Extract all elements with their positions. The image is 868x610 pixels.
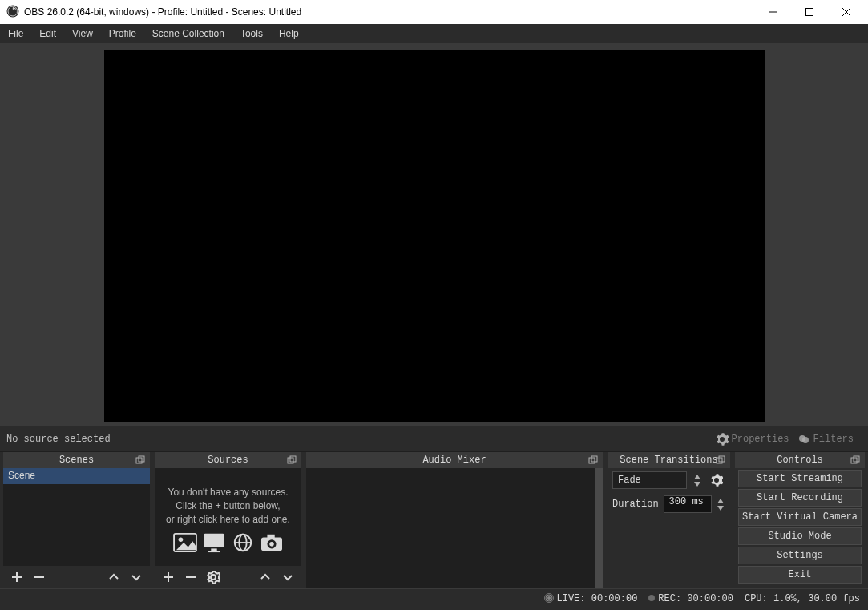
transition-select-updown[interactable] (692, 473, 703, 487)
start-virtual-camera-button[interactable]: Start Virtual Camera (738, 508, 862, 526)
svg-rect-18 (211, 549, 216, 551)
properties-button[interactable]: Properties (716, 433, 789, 446)
sources-toolbar (155, 566, 301, 588)
window-close-button[interactable] (828, 0, 865, 24)
duration-label: Duration (612, 499, 659, 510)
menu-file[interactable]: File (0, 24, 31, 43)
window-minimize-button[interactable] (754, 0, 791, 24)
gear-icon (716, 433, 729, 446)
svg-marker-34 (694, 475, 700, 479)
context-bar: No source selected Properties Filters (0, 426, 868, 452)
scene-transitions-dock: Scene Transitions Fade Duration 300 ms (608, 452, 730, 588)
monitor-icon (202, 532, 226, 553)
menu-tools[interactable]: Tools (232, 24, 271, 43)
obs-app-icon (3, 5, 24, 20)
transition-settings-button[interactable] (708, 471, 725, 489)
controls-header: Controls (735, 452, 865, 468)
no-source-label: No source selected (6, 434, 111, 445)
scenes-header: Scenes (3, 452, 150, 468)
svg-point-16 (178, 538, 183, 543)
sources-empty-text: You don't have any sources. Click the + … (155, 468, 301, 558)
svg-point-40 (547, 596, 551, 600)
duration-input[interactable]: 300 ms (664, 495, 712, 513)
scene-transitions-undock-icon[interactable] (714, 454, 727, 467)
sources-move-up-button[interactable] (256, 568, 274, 586)
camera-icon (260, 532, 284, 553)
menu-view[interactable]: View (64, 24, 101, 43)
studio-mode-button[interactable]: Studio Mode (738, 527, 862, 545)
scenes-move-up-button[interactable] (105, 568, 123, 586)
start-streaming-button[interactable]: Start Streaming (738, 470, 862, 487)
svg-rect-17 (204, 534, 224, 547)
scenes-toolbar (3, 566, 150, 588)
separator (709, 431, 709, 447)
sources-undock-icon[interactable] (285, 454, 298, 467)
audio-mixer-dock: Audio Mixer (306, 452, 603, 588)
scene-transitions-body: Fade Duration 300 ms (608, 468, 730, 588)
filters-button[interactable]: Filters (797, 433, 854, 446)
docks-row: Scenes Scene Sources You don't have any … (0, 452, 868, 588)
cpu-indicator: CPU: 1.0%, 30.00 fps (745, 593, 860, 604)
preview-canvas[interactable] (104, 50, 765, 422)
scene-transitions-header: Scene Transitions (608, 452, 730, 468)
filters-icon (797, 433, 810, 446)
audio-mixer-undock-icon[interactable] (587, 454, 600, 467)
scenes-remove-button[interactable] (30, 568, 48, 586)
svg-marker-36 (717, 499, 724, 503)
sources-header: Sources (155, 452, 301, 468)
svg-point-0 (7, 5, 19, 17)
sources-remove-button[interactable] (182, 568, 200, 586)
svg-marker-35 (694, 482, 700, 487)
preview-area (0, 44, 868, 426)
sources-add-button[interactable] (159, 568, 177, 586)
window-maximize-button[interactable] (791, 0, 828, 24)
sources-dock: Sources You don't have any sources. Clic… (155, 452, 301, 588)
controls-body: Start Streaming Start Recording Start Vi… (735, 468, 865, 588)
svg-rect-24 (267, 535, 274, 539)
window-title: OBS 26.0.2 (64-bit, windows) - Profile: … (24, 6, 754, 18)
svg-rect-3 (806, 9, 813, 16)
globe-icon (231, 532, 255, 553)
statusbar: LIVE: 00:00:00 REC: 00:00:00 CPU: 1.0%, … (0, 588, 868, 608)
sources-list[interactable]: You don't have any sources. Click the + … (155, 468, 301, 566)
menu-edit[interactable]: Edit (31, 24, 64, 43)
window-titlebar: OBS 26.0.2 (64-bit, windows) - Profile: … (0, 0, 868, 24)
svg-point-7 (802, 437, 809, 443)
scenes-add-button[interactable] (8, 568, 26, 586)
audio-mixer-header: Audio Mixer (306, 452, 603, 468)
svg-point-26 (269, 542, 274, 547)
image-icon (173, 532, 197, 553)
scenes-undock-icon[interactable] (134, 454, 147, 467)
exit-button[interactable]: Exit (738, 566, 862, 584)
scene-item[interactable]: Scene (3, 468, 150, 484)
scenes-dock: Scenes Scene (3, 452, 150, 588)
menu-profile[interactable]: Profile (101, 24, 144, 43)
controls-dock: Controls Start Streaming Start Recording… (735, 452, 865, 588)
menu-scene-collection[interactable]: Scene Collection (144, 24, 232, 43)
scenes-move-down-button[interactable] (127, 568, 145, 586)
live-indicator: LIVE: 00:00:00 (544, 593, 638, 604)
svg-rect-19 (208, 551, 220, 553)
mixer-scrollbar[interactable] (595, 468, 603, 588)
svg-marker-37 (717, 506, 724, 511)
start-recording-button[interactable]: Start Recording (738, 489, 862, 507)
duration-spinner[interactable] (717, 497, 725, 511)
controls-undock-icon[interactable] (849, 454, 862, 467)
sources-move-down-button[interactable] (279, 568, 297, 586)
transition-select[interactable]: Fade (612, 471, 687, 489)
sources-properties-button[interactable] (204, 568, 222, 586)
audio-mixer-body (306, 468, 603, 588)
menubar: File Edit View Profile Scene Collection … (0, 24, 868, 44)
settings-button[interactable]: Settings (738, 547, 862, 564)
menu-help[interactable]: Help (271, 24, 307, 43)
rec-indicator: REC: 00:00:00 (648, 593, 733, 604)
scenes-list[interactable]: Scene (3, 468, 150, 566)
